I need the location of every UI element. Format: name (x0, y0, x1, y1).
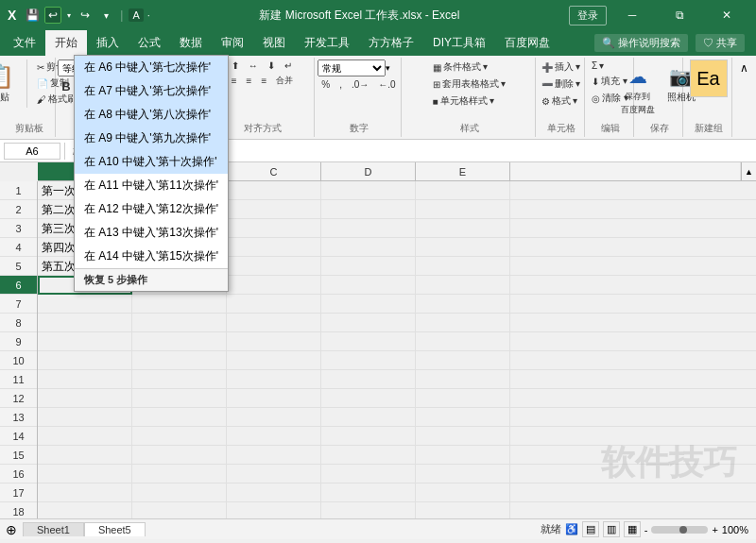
zoom-in-button[interactable]: + (712, 524, 717, 535)
cell-E2[interactable] (416, 200, 510, 219)
cell-E7[interactable] (416, 295, 510, 314)
cell-A18[interactable] (38, 502, 132, 518)
cell-A13[interactable] (38, 408, 132, 427)
login-button[interactable]: 登录 (569, 6, 607, 25)
number-format-select[interactable]: 常规 (318, 59, 386, 76)
cell-C6[interactable] (227, 276, 321, 295)
cell-D12[interactable] (321, 389, 416, 408)
cell-reference-input[interactable] (4, 143, 60, 160)
undo-item-5[interactable]: 在 A11 中键入'第11次操作' (75, 174, 228, 197)
add-sheet-button[interactable]: ⊕ (0, 520, 23, 539)
cell-A8[interactable] (38, 314, 132, 332)
zoom-slider[interactable] (651, 526, 708, 534)
comma-button[interactable]: , (335, 78, 346, 91)
cell-A14[interactable] (38, 427, 132, 446)
cell-C16[interactable] (227, 465, 321, 484)
cell-D9[interactable] (321, 332, 416, 351)
cell-B18[interactable] (132, 502, 227, 518)
conditional-format-button[interactable]: ▦ 条件格式 ▾ (429, 59, 492, 75)
cell-E15[interactable] (416, 446, 510, 465)
sheet-tab-Sheet1[interactable]: Sheet1 (23, 522, 84, 536)
cell-D8[interactable] (321, 314, 416, 332)
row-header-2[interactable]: 2 (0, 200, 37, 219)
tab-diy[interactable]: DIY工具箱 (423, 30, 495, 56)
cell-B16[interactable] (132, 465, 227, 484)
tab-view[interactable]: 视图 (253, 30, 295, 56)
cell-B9[interactable] (132, 332, 227, 351)
undo-item-0[interactable]: 在 A6 中键入'第七次操作' (75, 56, 228, 79)
cell-B13[interactable] (132, 408, 227, 427)
cell-D13[interactable] (321, 408, 416, 427)
cell-A12[interactable] (38, 389, 132, 408)
cell-D2[interactable] (321, 200, 416, 219)
sum-button[interactable]: Σ ▾ (588, 59, 608, 72)
cell-B8[interactable] (132, 314, 227, 332)
normal-view-button[interactable]: ▤ (582, 521, 599, 537)
search-help[interactable]: 🔍 操作说明搜索 (594, 34, 688, 52)
cell-D17[interactable] (321, 484, 416, 502)
row-header-5[interactable]: 5 (0, 257, 37, 276)
cell-C14[interactable] (227, 427, 321, 446)
row-header-18[interactable]: 18 (0, 502, 37, 518)
cell-E16[interactable] (416, 465, 510, 484)
cell-D18[interactable] (321, 502, 416, 518)
close-button[interactable]: ✕ (705, 0, 748, 30)
insert-cells-button[interactable]: ➕ 插入 ▾ (538, 59, 585, 75)
merge-button[interactable]: 合并 (272, 74, 297, 88)
customize-qat-button[interactable]: ▾ (97, 7, 114, 24)
cell-A17[interactable] (38, 484, 132, 502)
cell-D11[interactable] (321, 370, 416, 389)
cell-D1[interactable] (321, 181, 416, 200)
undo-dropdown-arrow[interactable]: ▾ (65, 11, 73, 19)
row-header-3[interactable]: 3 (0, 219, 37, 238)
undo-item-6[interactable]: 在 A12 中键入'第12次操作' (75, 197, 228, 221)
row-header-16[interactable]: 16 (0, 465, 37, 484)
row-header-17[interactable]: 17 (0, 484, 37, 502)
row-header-8[interactable]: 8 (0, 314, 37, 332)
cell-B11[interactable] (132, 370, 227, 389)
number-format-dropdown[interactable]: ▾ (386, 63, 390, 73)
cell-E13[interactable] (416, 408, 510, 427)
cell-E17[interactable] (416, 484, 510, 502)
cell-D4[interactable] (321, 238, 416, 257)
undo-item-8[interactable]: 在 A14 中键入'第15次操作' (75, 245, 228, 268)
row-header-7[interactable]: 7 (0, 295, 37, 314)
bold-button[interactable]: B (58, 78, 74, 94)
cell-D14[interactable] (321, 427, 416, 446)
cell-B15[interactable] (132, 446, 227, 465)
cell-C2[interactable] (227, 200, 321, 219)
undo-item-2[interactable]: 在 A8 中键入'第八次操作' (75, 103, 228, 127)
save-cloud-button[interactable]: ☁ 保存到 百度网盘 (617, 59, 659, 120)
cell-A7[interactable] (38, 295, 132, 314)
cell-C11[interactable] (227, 370, 321, 389)
save-qat-button[interactable]: 💾 (24, 7, 41, 24)
cell-B12[interactable] (132, 389, 227, 408)
tab-data[interactable]: 数据 (170, 30, 212, 56)
zoom-out-button[interactable]: - (644, 524, 648, 535)
cell-C9[interactable] (227, 332, 321, 351)
row-header-10[interactable]: 10 (0, 351, 37, 370)
cell-E10[interactable] (416, 351, 510, 370)
cell-C3[interactable] (227, 219, 321, 238)
row-header-12[interactable]: 12 (0, 389, 37, 408)
tab-insert[interactable]: 插入 (87, 30, 129, 56)
cell-B10[interactable] (132, 351, 227, 370)
cell-E5[interactable] (416, 257, 510, 276)
row-header-9[interactable]: 9 (0, 332, 37, 351)
cell-A9[interactable] (38, 332, 132, 351)
page-layout-button[interactable]: ▥ (603, 521, 620, 537)
cell-style-button[interactable]: ■ 单元格样式 ▾ (429, 93, 499, 109)
cell-E11[interactable] (416, 370, 510, 389)
undo-item-7[interactable]: 在 A13 中键入'第13次操作' (75, 221, 228, 245)
sheet-tab-Sheet5[interactable]: Sheet5 (84, 522, 146, 536)
undo-item-3[interactable]: 在 A9 中键入'第九次操作' (75, 127, 228, 150)
middle-align-button[interactable]: ↔ (245, 59, 262, 72)
col-header-E[interactable]: E (416, 162, 510, 180)
percent-button[interactable]: % (318, 78, 334, 91)
wrap-text-button[interactable]: ↵ (281, 59, 296, 72)
cell-D3[interactable] (321, 219, 416, 238)
row-header-11[interactable]: 11 (0, 370, 37, 389)
cell-D16[interactable] (321, 465, 416, 484)
collapse-ribbon-button[interactable]: ∧ (736, 59, 752, 76)
restore-button[interactable]: ⧉ (658, 0, 701, 30)
